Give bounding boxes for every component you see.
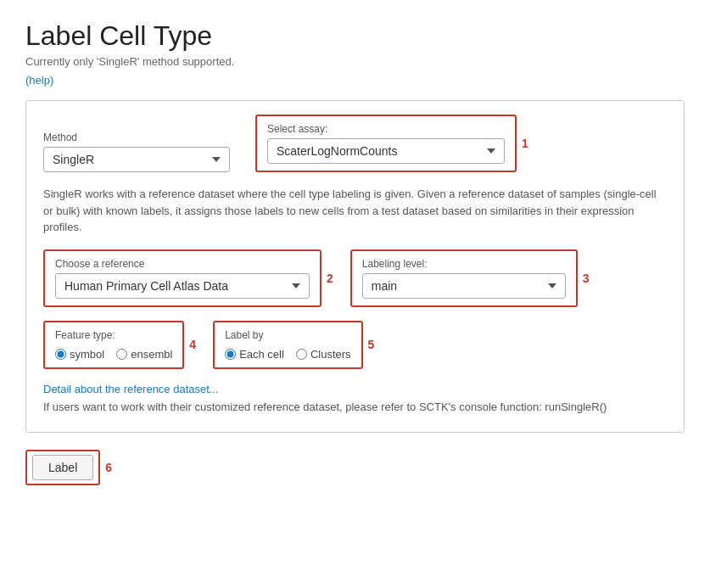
label-button-number: 6: [105, 461, 112, 474]
feature-group-pair: Feature type: symbol ensembl 4: [43, 321, 196, 369]
labelby-field-group: Label by Each cell Clusters: [225, 329, 350, 361]
console-text: If users want to work with their customi…: [43, 399, 667, 416]
feature-box: Feature type: symbol ensembl: [43, 321, 184, 369]
labelby-number: 5: [368, 338, 375, 351]
label-button-row: Label 6: [25, 450, 685, 485]
feature-ensembl-option[interactable]: ensembl: [116, 348, 172, 361]
description-text: SingleR works with a reference dataset w…: [43, 186, 667, 236]
method-label: Method: [43, 132, 230, 143]
reference-group-pair: Choose a reference Human Primary Cell At…: [43, 249, 333, 307]
subtitle: Currently only 'SingleR' method supporte…: [25, 55, 685, 68]
labeling-box: Labeling level: main fine ont: [350, 249, 578, 307]
labelby-label: Label by: [225, 329, 350, 341]
labeling-number: 3: [583, 272, 590, 285]
labeling-group-pair: Labeling level: main fine ont 3: [350, 249, 590, 307]
method-group: Method SingleR: [43, 132, 230, 172]
assay-select[interactable]: ScaterLogNormCounts: [267, 138, 505, 164]
labelby-clusters-option[interactable]: Clusters: [296, 348, 351, 361]
labelby-clusters-label: Clusters: [310, 348, 351, 361]
labeling-field-group: Labeling level: main fine ont: [362, 258, 566, 299]
feature-ensembl-label: ensembl: [131, 348, 172, 361]
feature-symbol-label: symbol: [70, 348, 104, 361]
reference-field-group: Choose a reference Human Primary Cell At…: [55, 258, 310, 299]
labeling-label: Labeling level:: [362, 258, 566, 270]
labelby-box: Label by Each cell Clusters: [213, 321, 362, 369]
bottom-options-row: Feature type: symbol ensembl 4: [43, 321, 667, 369]
feature-symbol-radio[interactable]: [55, 349, 66, 360]
feature-radio-group: symbol ensembl: [55, 348, 172, 361]
reference-select[interactable]: Human Primary Cell Atlas Data: [55, 273, 310, 299]
label-button-pair: Label 6: [25, 450, 112, 485]
feature-field-group: Feature type: symbol ensembl: [55, 329, 172, 361]
main-panel: Method SingleR Select assay: ScaterLogNo…: [25, 100, 685, 433]
assay-number: 1: [522, 137, 528, 150]
labelby-eachcell-radio[interactable]: [225, 349, 236, 360]
labeling-select[interactable]: main fine ont: [362, 273, 566, 299]
feature-ensembl-radio[interactable]: [116, 349, 127, 360]
top-select-row: Method SingleR Select assay: ScaterLogNo…: [43, 115, 667, 172]
assay-group-pair: Select assay: ScaterLogNormCounts 1: [255, 115, 528, 172]
assay-inner: Select assay: ScaterLogNormCounts: [267, 123, 505, 164]
reference-number: 2: [327, 272, 333, 285]
assay-box: Select assay: ScaterLogNormCounts: [255, 115, 517, 172]
labelby-eachcell-label: Each cell: [239, 348, 284, 361]
method-select[interactable]: SingleR: [43, 147, 230, 172]
labelby-group-pair: Label by Each cell Clusters 5: [213, 321, 374, 369]
labelby-clusters-radio[interactable]: [296, 349, 307, 360]
page-title: Label Cell Type: [25, 20, 685, 52]
label-button[interactable]: Label: [32, 455, 93, 480]
feature-symbol-option[interactable]: symbol: [55, 348, 104, 361]
help-link[interactable]: (help): [25, 74, 53, 87]
detail-link[interactable]: Detail about the reference dataset...: [43, 383, 667, 395]
assay-label: Select assay:: [267, 123, 505, 135]
label-button-box: Label: [25, 450, 100, 485]
reference-box: Choose a reference Human Primary Cell At…: [43, 249, 321, 307]
middle-row: Choose a reference Human Primary Cell At…: [43, 249, 667, 307]
feature-label: Feature type:: [55, 329, 172, 341]
labelby-radio-group: Each cell Clusters: [225, 348, 350, 361]
reference-label: Choose a reference: [55, 258, 310, 270]
labelby-eachcell-option[interactable]: Each cell: [225, 348, 284, 361]
feature-number: 4: [189, 338, 196, 351]
